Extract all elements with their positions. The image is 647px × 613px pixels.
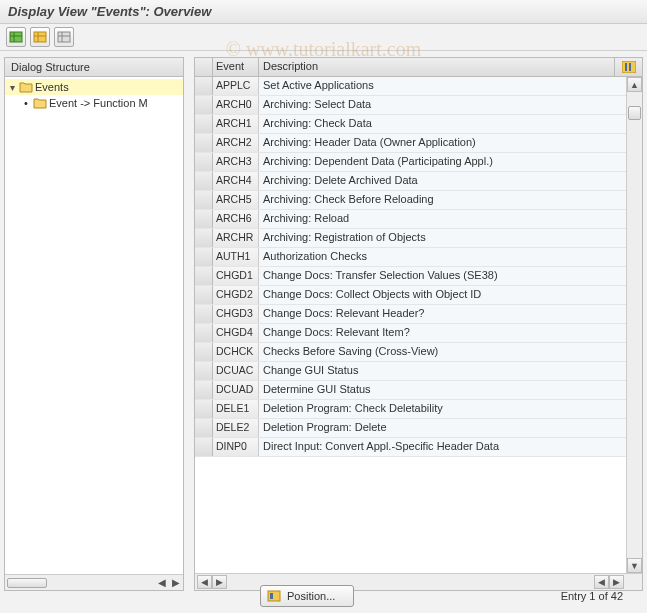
dialog-structure-panel: Dialog Structure ▾ Events • Event -> Fun… [4, 57, 184, 591]
table-row[interactable]: CHGD3Change Docs: Relevant Header? [195, 305, 642, 324]
row-selector[interactable] [195, 172, 213, 190]
event-cell: ARCH1 [213, 115, 259, 133]
tree-item-label: Events [35, 81, 69, 93]
svg-rect-0 [10, 32, 22, 42]
scrollbar-thumb[interactable] [628, 106, 641, 120]
event-cell: CHGD4 [213, 324, 259, 342]
select-all-header[interactable] [195, 58, 213, 76]
description-cell: Archiving: Registration of Objects [259, 229, 642, 247]
table-row[interactable]: DCHCKChecks Before Saving (Cross-View) [195, 343, 642, 362]
table-row[interactable]: DELE2Deletion Program: Delete [195, 419, 642, 438]
vertical-scrollbar[interactable]: ▲ ▼ [626, 77, 642, 573]
row-selector[interactable] [195, 305, 213, 323]
row-selector[interactable] [195, 362, 213, 380]
toolbar [0, 24, 647, 51]
tree-item-event-function[interactable]: • Event -> Function M [5, 95, 183, 111]
events-table: Event Description APPLCSet Active Applic… [194, 57, 643, 591]
event-cell: CHGD3 [213, 305, 259, 323]
table-row[interactable]: ARCHRArchiving: Registration of Objects [195, 229, 642, 248]
table-row[interactable]: ARCH2Archiving: Header Data (Owner Appli… [195, 134, 642, 153]
entry-counter: Entry 1 of 42 [561, 590, 623, 602]
table-row[interactable]: DINP0Direct Input: Convert Appl.-Specifi… [195, 438, 642, 457]
row-selector[interactable] [195, 343, 213, 361]
table-green-icon [9, 30, 23, 44]
description-cell: Direct Input: Convert Appl.-Specific Hea… [259, 438, 642, 456]
row-selector[interactable] [195, 115, 213, 133]
table-row[interactable]: ARCH5Archiving: Check Before Reloading [195, 191, 642, 210]
table-row[interactable]: APPLCSet Active Applications [195, 77, 642, 96]
svg-rect-11 [629, 63, 631, 71]
position-icon [267, 589, 281, 603]
table-row[interactable]: CHGD2Change Docs: Collect Objects with O… [195, 286, 642, 305]
table-row[interactable]: DELE1Deletion Program: Check Deletabilit… [195, 400, 642, 419]
collapse-all-button[interactable] [30, 27, 50, 47]
row-selector[interactable] [195, 381, 213, 399]
column-header-description[interactable]: Description [259, 58, 614, 76]
description-cell: Change Docs: Transfer Selection Values (… [259, 267, 642, 285]
scroll-up-icon[interactable]: ▲ [627, 77, 642, 92]
description-cell: Archiving: Check Data [259, 115, 642, 133]
table-row[interactable]: CHGD4Change Docs: Relevant Item? [195, 324, 642, 343]
tree-bullet: • [21, 97, 31, 109]
event-cell: ARCH3 [213, 153, 259, 171]
folder-open-icon [19, 81, 33, 93]
table-row[interactable]: AUTH1Authorization Checks [195, 248, 642, 267]
row-selector[interactable] [195, 438, 213, 456]
row-selector[interactable] [195, 419, 213, 437]
dialog-structure-tree[interactable]: ▾ Events • Event -> Function M ◀ ▶ [4, 77, 184, 591]
row-selector[interactable] [195, 191, 213, 209]
event-cell: CHGD1 [213, 267, 259, 285]
row-selector[interactable] [195, 286, 213, 304]
row-selector[interactable] [195, 229, 213, 247]
event-cell: CHGD2 [213, 286, 259, 304]
expand-all-button[interactable] [6, 27, 26, 47]
row-selector[interactable] [195, 248, 213, 266]
tree-expander[interactable]: ▾ [7, 82, 17, 93]
position-button-label: Position... [287, 590, 335, 602]
table-row[interactable]: DCUADDetermine GUI Status [195, 381, 642, 400]
description-cell: Change Docs: Relevant Header? [259, 305, 642, 323]
description-cell: Change Docs: Collect Objects with Object… [259, 286, 642, 304]
row-selector[interactable] [195, 400, 213, 418]
row-selector[interactable] [195, 134, 213, 152]
row-selector[interactable] [195, 77, 213, 95]
description-cell: Authorization Checks [259, 248, 642, 266]
table-row[interactable]: ARCH6Archiving: Reload [195, 210, 642, 229]
svg-rect-6 [58, 32, 70, 42]
table-row[interactable]: ARCH3Archiving: Dependent Data (Particip… [195, 153, 642, 172]
tree-item-label: Event -> Function M [49, 97, 148, 109]
table-row[interactable]: ARCH4Archiving: Delete Archived Data [195, 172, 642, 191]
row-selector[interactable] [195, 96, 213, 114]
row-selector[interactable] [195, 324, 213, 342]
select-block-button[interactable] [54, 27, 74, 47]
event-cell: ARCH4 [213, 172, 259, 190]
svg-rect-10 [625, 63, 627, 71]
table-yellow-icon [33, 30, 47, 44]
table-row[interactable]: ARCH1Archiving: Check Data [195, 115, 642, 134]
tree-item-events[interactable]: ▾ Events [5, 79, 183, 95]
table-config-button[interactable] [614, 58, 642, 76]
row-selector[interactable] [195, 267, 213, 285]
description-cell: Determine GUI Status [259, 381, 642, 399]
table-header: Event Description [195, 58, 642, 77]
svg-rect-12 [268, 591, 280, 601]
position-button[interactable]: Position... [260, 585, 354, 607]
footer: Position... Entry 1 of 42 [0, 583, 647, 609]
event-cell: DELE2 [213, 419, 259, 437]
row-selector[interactable] [195, 153, 213, 171]
table-row[interactable]: CHGD1Change Docs: Transfer Selection Val… [195, 267, 642, 286]
event-cell: DINP0 [213, 438, 259, 456]
description-cell: Change Docs: Relevant Item? [259, 324, 642, 342]
description-cell: Archiving: Delete Archived Data [259, 172, 642, 190]
table-row[interactable]: DCUACChange GUI Status [195, 362, 642, 381]
event-cell: APPLC [213, 77, 259, 95]
scroll-down-icon[interactable]: ▼ [627, 558, 642, 573]
description-cell: Archiving: Select Data [259, 96, 642, 114]
row-selector[interactable] [195, 210, 213, 228]
event-cell: DCUAC [213, 362, 259, 380]
table-row[interactable]: ARCH0Archiving: Select Data [195, 96, 642, 115]
event-cell: ARCH5 [213, 191, 259, 209]
column-header-event[interactable]: Event [213, 58, 259, 76]
event-cell: DELE1 [213, 400, 259, 418]
event-cell: DCUAD [213, 381, 259, 399]
